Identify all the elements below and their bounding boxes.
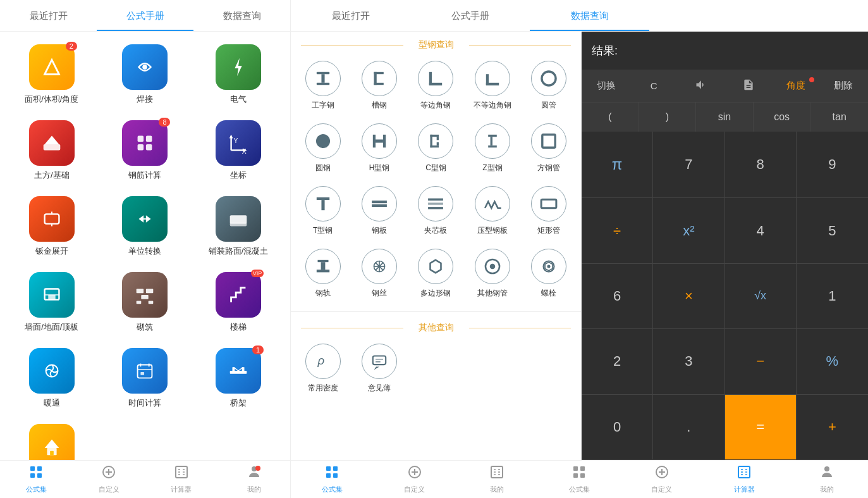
- calc-0[interactable]: 0: [582, 395, 653, 460]
- calc-9[interactable]: 9: [797, 132, 868, 198]
- tab-formula-right[interactable]: 公式手册: [410, 0, 530, 31]
- calc-result: 结果:: [582, 32, 868, 70]
- calc-3[interactable]: 3: [653, 329, 724, 394]
- calc-toolbar: 切换 C 角度 删除: [582, 70, 868, 102]
- other-item-density[interactable]: ρ 常用密度: [296, 339, 350, 399]
- app-bridge[interactable]: 1 桥架: [192, 340, 285, 416]
- steel-item-other-pipe[interactable]: 其他钢管: [465, 244, 519, 304]
- steel-item-rail[interactable]: 钢轨: [296, 244, 350, 304]
- steel-item-equal-angle[interactable]: 等边角钢: [409, 56, 463, 116]
- tab-recent-right[interactable]: 最近打开: [291, 0, 410, 31]
- calc-1[interactable]: 1: [797, 264, 868, 329]
- steel-item-sandwich[interactable]: 夹芯板: [409, 181, 463, 241]
- app-home[interactable]: [5, 416, 99, 460]
- calc-sqrt[interactable]: √x: [725, 264, 797, 329]
- calc-tan[interactable]: tan: [810, 103, 868, 132]
- calc-6[interactable]: 6: [582, 264, 653, 329]
- tab-recent-left[interactable]: 最近打开: [0, 0, 97, 31]
- app-time[interactable]: 时间计算: [99, 340, 192, 416]
- other-icon-density: ρ: [305, 344, 341, 379]
- tab-data-right[interactable]: 数据查询: [530, 0, 649, 31]
- app-weld[interactable]: 焊接: [99, 37, 192, 113]
- calc-switch-btn[interactable]: 切换: [584, 75, 629, 97]
- svg-rect-36: [230, 371, 247, 374]
- app-sheetmetal[interactable]: 钣金展开: [5, 189, 99, 265]
- calc-pi[interactable]: π: [582, 132, 653, 198]
- steel-item-unequal-angle[interactable]: 不等边角钢: [465, 56, 519, 116]
- app-paving[interactable]: 铺装路面/混凝土: [192, 189, 285, 265]
- calc-square[interactable]: x²: [653, 198, 724, 263]
- bottom-nav-mine2-right[interactable]: 我的: [786, 461, 868, 498]
- calc-7[interactable]: 7: [653, 132, 724, 198]
- steel-item-polygon[interactable]: 多边形钢: [409, 244, 463, 304]
- bottom-nav-custom2-right[interactable]: 自定义: [621, 461, 703, 498]
- calc-open-paren[interactable]: (: [582, 103, 639, 132]
- calc-equals[interactable]: =: [725, 395, 797, 460]
- steel-item-round-steel[interactable]: 圆钢: [296, 118, 350, 178]
- bottom-nav-calc-left[interactable]: 计算器: [145, 461, 218, 498]
- calc-5[interactable]: 5: [797, 198, 868, 263]
- steel-item-z[interactable]: Z型钢: [465, 118, 519, 178]
- calc-cos[interactable]: cos: [754, 103, 811, 132]
- steel-item-square-tube[interactable]: 方钢管: [522, 118, 576, 178]
- app-stairs[interactable]: VIP 楼梯: [192, 265, 285, 340]
- steel-item-rect-tube[interactable]: 矩形管: [522, 181, 576, 241]
- steel-item-wire[interactable]: 钢丝: [352, 244, 406, 304]
- tab-formula-left[interactable]: 公式手册: [97, 0, 193, 31]
- bottom-nav-custom-right[interactable]: 自定义: [373, 461, 455, 498]
- calc-add[interactable]: +: [797, 395, 868, 460]
- app-area[interactable]: 2 面积/体积/角度: [5, 37, 99, 113]
- svg-marker-41: [44, 440, 59, 448]
- steel-item-profiled[interactable]: 压型钢板: [465, 181, 519, 241]
- calc-delete-btn[interactable]: 删除: [821, 75, 865, 97]
- steel-item-plate[interactable]: 钢板: [352, 181, 406, 241]
- tab-data-left[interactable]: 数据查询: [193, 0, 290, 31]
- calc-sin[interactable]: sin: [696, 103, 754, 132]
- app-electric[interactable]: 电气: [192, 37, 285, 113]
- app-earthwork[interactable]: 土方/基础: [5, 113, 99, 189]
- steel-label-polygon: 多边形钢: [420, 288, 451, 299]
- calc-2[interactable]: 2: [582, 329, 653, 394]
- app-rebar[interactable]: 8 钢筋计算: [99, 113, 192, 189]
- bottom-nav-mine-left[interactable]: 我的: [217, 461, 290, 498]
- steel-label-sandwich: 夹芯板: [424, 225, 447, 236]
- app-unit[interactable]: 单位转换: [99, 189, 192, 265]
- calc-8[interactable]: 8: [725, 132, 797, 198]
- app-wall[interactable]: 墙面/地面/顶板: [5, 265, 99, 340]
- bottom-nav-formula-right[interactable]: 公式集: [291, 461, 373, 498]
- steel-item-c[interactable]: C型钢: [409, 118, 463, 178]
- other-item-feedback[interactable]: 意见薄: [352, 339, 406, 399]
- svg-rect-77: [321, 262, 325, 270]
- steel-item-channel[interactable]: 槽钢: [352, 56, 406, 116]
- calc-percent[interactable]: %: [797, 329, 868, 394]
- steel-icon-c: [418, 123, 453, 159]
- app-coordinate[interactable]: Y X 坐标: [192, 113, 285, 189]
- steel-item-bolt[interactable]: 螺栓: [522, 244, 576, 304]
- app-masonry[interactable]: 砌筑: [99, 265, 192, 340]
- calc-angle-btn[interactable]: 角度: [773, 75, 818, 97]
- bottom-nav-custom-left[interactable]: 自定义: [73, 461, 145, 498]
- calc-clear-btn[interactable]: C: [632, 75, 676, 96]
- formula-icon-left: [28, 464, 44, 483]
- steel-item-i[interactable]: 工字钢: [296, 56, 350, 116]
- calc-multiply[interactable]: ×: [653, 264, 724, 329]
- calc-history-btn[interactable]: [726, 73, 771, 98]
- steel-item-t[interactable]: T型钢: [296, 181, 350, 241]
- bottom-nav-calc-right[interactable]: 我的: [456, 461, 538, 498]
- calc-close-paren[interactable]: ): [639, 103, 697, 132]
- calc-4[interactable]: 4: [725, 198, 797, 263]
- svg-rect-111: [326, 473, 331, 478]
- svg-rect-76: [317, 260, 328, 262]
- bottom-nav-calc2-right[interactable]: 计算器: [703, 461, 785, 498]
- main-content: 2 面积/体积/角度 焊接 电气: [0, 32, 868, 460]
- calc-subtract[interactable]: −: [725, 329, 797, 394]
- bottom-nav-mine-right[interactable]: 公式集: [538, 461, 620, 498]
- calc-divide[interactable]: ÷: [582, 198, 653, 263]
- steel-item-round-pipe[interactable]: 圆管: [522, 56, 576, 116]
- app-hvac[interactable]: 暖通: [5, 340, 99, 416]
- calc-sound-btn[interactable]: [679, 73, 724, 98]
- calc-dot[interactable]: .: [653, 395, 724, 460]
- svg-rect-97: [37, 473, 42, 478]
- steel-item-h[interactable]: H型钢: [352, 118, 406, 178]
- bottom-nav-formula-left[interactable]: 公式集: [0, 461, 73, 498]
